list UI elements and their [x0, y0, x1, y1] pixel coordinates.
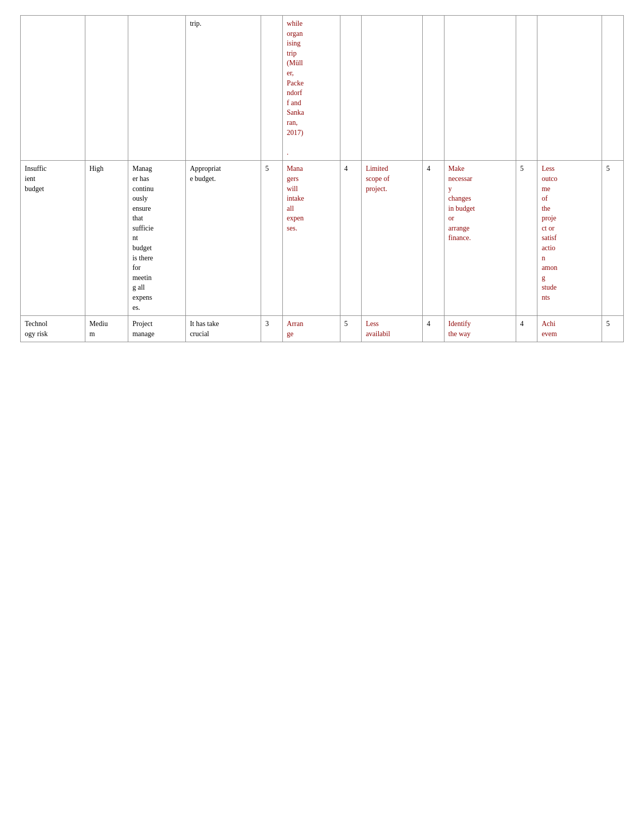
- table-cell: Manager hascontinuouslyensurethatsuffici…: [128, 161, 186, 316]
- table-cell: 4: [422, 316, 444, 342]
- table-cell: [21, 16, 85, 161]
- table-cell: Lessavailabil: [362, 316, 423, 342]
- table-cell: High: [85, 161, 128, 316]
- table-row: InsufficientbudgetHighManager hascontinu…: [21, 161, 624, 316]
- table-cell: [85, 16, 128, 161]
- table-cell: [537, 16, 602, 161]
- table-cell: It has takecrucial: [185, 316, 261, 342]
- table-row: trip.whileorganisingtrip(Müller,Packendo…: [21, 16, 624, 161]
- table-cell: [128, 16, 186, 161]
- table-cell: Identifythe way: [444, 316, 516, 342]
- table-cell: Arrange: [282, 316, 340, 342]
- table-cell: [340, 16, 362, 161]
- table-cell: Achievem: [537, 316, 602, 342]
- table-cell: Technology risk: [21, 316, 85, 342]
- table-cell: Managerswillintakeallexpenses.: [282, 161, 340, 316]
- table-cell: [261, 16, 283, 161]
- table-cell: 5: [602, 316, 624, 342]
- table-cell: Medium: [85, 316, 128, 342]
- table-cell: [602, 16, 624, 161]
- table-cell: 4: [340, 161, 362, 316]
- table-cell: 4: [422, 161, 444, 316]
- table-cell: Limitedscope ofproject.: [362, 161, 423, 316]
- table-cell: Projectmanage: [128, 316, 186, 342]
- table-cell: [362, 16, 423, 161]
- table-cell: 3: [261, 316, 283, 342]
- table-row: Technology riskMediumProjectmanageIt has…: [21, 316, 624, 342]
- table-cell: Insufficientbudget: [21, 161, 85, 316]
- table-cell: whileorganisingtrip(Müller,Packendorff a…: [282, 16, 340, 161]
- table-cell: 5: [516, 161, 537, 316]
- table-cell: 5: [261, 161, 283, 316]
- table-cell: Appropriate budget.: [185, 161, 261, 316]
- table-cell: [516, 16, 537, 161]
- table-cell: 5: [602, 161, 624, 316]
- table-cell: 5: [340, 316, 362, 342]
- table-cell: [444, 16, 516, 161]
- risk-table: trip.whileorganisingtrip(Müller,Packendo…: [20, 15, 624, 342]
- table-cell: Lessoutcomeoftheproject orsatisfactionam…: [537, 161, 602, 316]
- table-cell: Makenecessarychangesin budgetorarrangefi…: [444, 161, 516, 316]
- table-cell: [422, 16, 444, 161]
- table-cell: trip.: [185, 16, 261, 161]
- table-cell: 4: [516, 316, 537, 342]
